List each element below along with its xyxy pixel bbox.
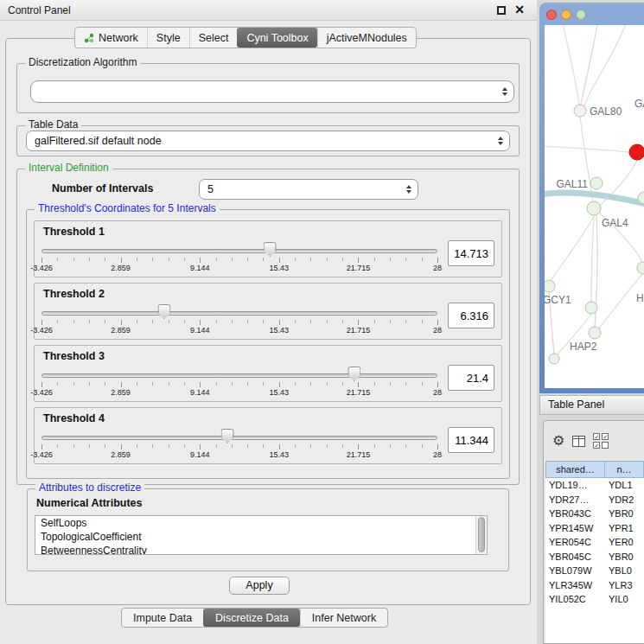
table-panel-title: Table Panel — [548, 399, 604, 411]
tick-mark — [358, 382, 359, 387]
float-window-icon[interactable] — [497, 6, 506, 15]
tab-cyni-toolbox[interactable]: Cyni Toolbox — [237, 28, 316, 48]
threshold-value-input[interactable] — [448, 365, 494, 391]
tick-label: -3.426 — [30, 264, 53, 272]
table-row[interactable]: YER054CYER0 — [545, 535, 644, 550]
numerical-attributes-label: Numerical Attributes — [36, 497, 142, 509]
checkbox-grid-icon[interactable]: ✓✓✓ — [593, 433, 609, 449]
network-edge — [584, 25, 628, 106]
table-cell: YDR27… — [545, 494, 605, 505]
threshold-slider[interactable]: -3.4262.8599.14415.4321.71528 — [41, 303, 437, 338]
tick-mark — [374, 444, 375, 448]
tab-style[interactable]: Style — [147, 28, 189, 48]
table-row[interactable]: YBL079WYBL0 — [545, 564, 644, 578]
threshold-value-input[interactable] — [448, 240, 494, 266]
table-header: shared… n… — [545, 461, 644, 478]
tab-discretize-data[interactable]: Discretize Data — [203, 609, 300, 627]
table-panel-window: ⚙ ✓✓✓ shared… n… YDL19…YDL1YDR27…YDR2YBR… — [543, 420, 644, 644]
threshold-value-input[interactable] — [448, 427, 494, 453]
tick-label: 21.715 — [347, 264, 371, 272]
slider-handle[interactable] — [157, 304, 170, 319]
tick-mark — [437, 444, 438, 450]
scrollbar-thumb[interactable] — [478, 517, 485, 552]
table-cell: YPR1 — [605, 523, 644, 533]
tab-network[interactable]: Network — [75, 28, 147, 48]
table-row[interactable]: YDL19…YDL1 — [545, 478, 644, 493]
tick-mark — [184, 382, 185, 386]
attribute-item[interactable]: TopologicalCoefficient — [35, 530, 487, 544]
close-traffic-light-icon[interactable] — [546, 10, 557, 20]
tick-mark — [422, 258, 423, 261]
column-header-shared-name[interactable]: shared… — [545, 461, 605, 478]
attribute-item[interactable]: BetweennessCentrality — [35, 544, 487, 555]
table-row[interactable]: YIL052CYIL0 — [545, 592, 644, 607]
network-canvas[interactable]: GAL80GAL11GAL4GCY1HAP2GAH — [545, 25, 644, 388]
list-scrollbar[interactable] — [475, 516, 487, 554]
apply-button[interactable]: Apply — [229, 577, 290, 595]
slider-handle[interactable] — [221, 429, 234, 443]
tick-mark — [374, 320, 375, 323]
tick-mark — [390, 258, 391, 261]
network-node-gcy1[interactable] — [545, 280, 555, 292]
tick-label: 21.715 — [347, 326, 371, 335]
control-panel-titlebar: Control Panel ✕ — [0, 0, 537, 21]
tab-select[interactable]: Select — [189, 28, 238, 48]
network-node-hap2[interactable] — [589, 327, 601, 339]
table-row[interactable]: YPR145WYPR1 — [545, 521, 644, 536]
threshold-slider[interactable]: -3.4262.8599.14415.4321.71528 — [41, 366, 437, 400]
slider-handle[interactable] — [348, 367, 360, 381]
column-header-name[interactable]: n… — [605, 461, 644, 478]
network-node-gal11[interactable] — [590, 177, 603, 189]
table-row[interactable]: YBR045CYBR0 — [545, 550, 644, 564]
tick-mark — [390, 320, 391, 323]
threshold-slider[interactable]: -3.4262.8599.14415.4321.71528 — [41, 428, 437, 462]
tab-infer-network[interactable]: Infer Network — [300, 609, 387, 627]
gear-icon[interactable]: ⚙ — [552, 434, 564, 448]
table-data-group-title: Table Data — [25, 118, 81, 131]
close-icon[interactable]: ✕ — [514, 3, 525, 16]
tick-mark — [327, 258, 328, 261]
table-row[interactable]: YLR345WYLR3 — [545, 578, 644, 593]
network-node-gal4[interactable] — [587, 201, 601, 215]
tab-jactivemnodules[interactable]: jActiveMNodules — [317, 28, 416, 48]
table-cell: YER054C — [545, 537, 605, 547]
tick-mark — [152, 382, 153, 386]
tick-label: 2.859 — [111, 388, 131, 397]
tick-mark — [327, 320, 328, 323]
minimize-traffic-light-icon[interactable] — [561, 10, 571, 20]
interval-definition-group: Interval Definition Number of Intervals … — [16, 169, 520, 485]
slider-handle[interactable] — [264, 242, 277, 257]
tick-mark — [437, 258, 438, 263]
attributes-group-title: Attributes to discretize — [35, 481, 144, 494]
threshold-slider[interactable]: -3.4262.8599.14415.4321.71528 — [41, 241, 437, 276]
table-row[interactable]: YBR043CYBR0 — [545, 507, 644, 521]
column-selector-icon[interactable] — [572, 436, 585, 447]
network-node[interactable] — [629, 144, 644, 160]
tab-impute-data[interactable]: Impute Data — [122, 609, 203, 627]
network-node[interactable] — [549, 354, 559, 364]
network-node[interactable] — [637, 262, 644, 274]
network-node[interactable] — [585, 302, 597, 314]
number-of-intervals-combobox[interactable]: 5 — [199, 179, 418, 200]
tick-mark — [169, 444, 169, 448]
tick-mark — [374, 382, 375, 386]
table-row[interactable]: YDR27…YDR2 — [545, 493, 644, 507]
tick-mark — [342, 320, 343, 323]
tick-mark — [247, 320, 248, 323]
tick-mark — [232, 258, 233, 261]
node-table-body[interactable]: YDL19…YDL1YDR27…YDR2YBR043CYBR0YPR145WYP… — [545, 478, 644, 643]
attribute-item[interactable]: SelfLoops — [35, 516, 487, 530]
threshold-value-input[interactable] — [448, 303, 494, 328]
tick-label: -3.426 — [30, 388, 53, 397]
tick-mark — [358, 320, 359, 325]
tick-mark — [295, 258, 296, 261]
tick-label: 15.43 — [270, 326, 290, 335]
table-data-combobox[interactable]: galFiltered.sif default node — [26, 131, 510, 151]
tick-label: 2.859 — [111, 264, 131, 272]
numerical-attributes-list[interactable]: SelfLoopsTopologicalCoefficientBetweenne… — [35, 515, 488, 555]
tab-network-label: Network — [99, 32, 138, 44]
zoom-traffic-light-icon[interactable] — [576, 10, 586, 20]
network-node-gal80[interactable] — [574, 105, 586, 117]
tick-mark — [216, 320, 217, 323]
algorithm-combobox[interactable] — [30, 80, 514, 103]
